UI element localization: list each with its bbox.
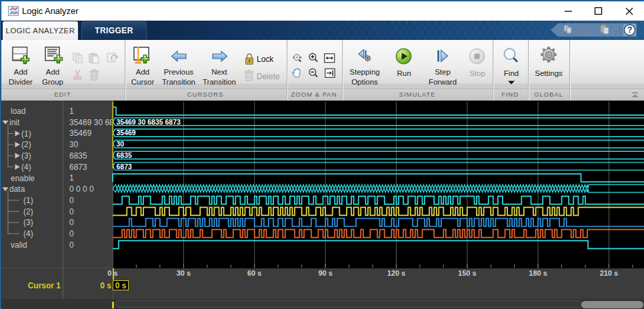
- svg-text:30: 30: [117, 140, 125, 148]
- svg-text:6835: 6835: [117, 151, 133, 159]
- svg-text:6873: 6873: [117, 162, 133, 170]
- svg-text:35469: 35469: [117, 129, 136, 137]
- svg-text:?: ?: [627, 25, 633, 35]
- svg-text:35469 30 6835 6873: 35469 30 6835 6873: [117, 118, 181, 126]
